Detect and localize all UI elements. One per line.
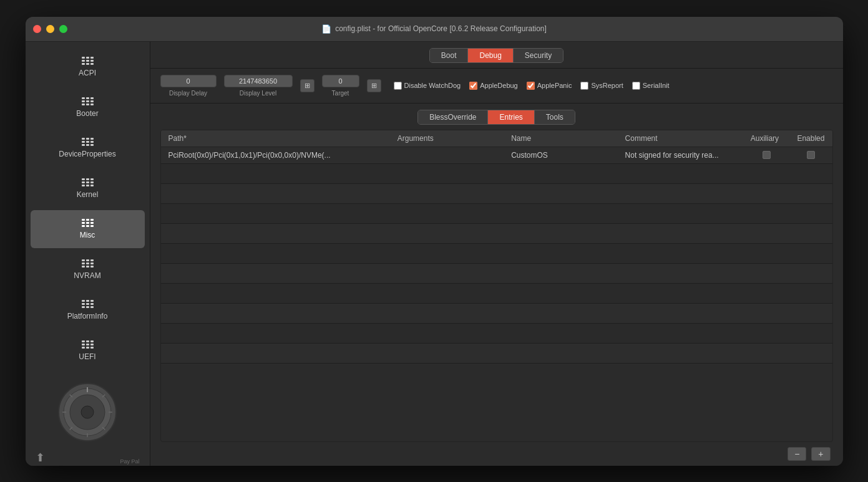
- table-row-empty: [161, 243, 832, 263]
- disable-watchdog-checkbox[interactable]: [394, 82, 402, 90]
- main-content: ACPI Booter DeviceProperties: [26, 42, 843, 466]
- minimize-button[interactable]: [46, 25, 54, 33]
- tab-bless-override[interactable]: BlessOverride: [418, 110, 488, 124]
- share-icon[interactable]: ⬆: [36, 451, 45, 465]
- display-delay-label: Display Delay: [169, 90, 207, 97]
- apple-panic-label: ApplePanic: [537, 82, 572, 89]
- auxiliary-checkbox[interactable]: [763, 151, 771, 159]
- apple-panic-checkbox[interactable]: [527, 82, 535, 90]
- table-row-empty: [161, 183, 832, 203]
- checkboxes-group: Disable WatchDog AppleDebug ApplePanic S…: [394, 82, 670, 90]
- tab-security[interactable]: Security: [514, 49, 563, 62]
- right-panel: Boot Debug Security Display Delay Displa…: [150, 42, 843, 466]
- target-input[interactable]: [322, 75, 359, 87]
- table-row-empty: [161, 283, 832, 303]
- sidebar-item-platform-info[interactable]: PlatformInfo: [31, 291, 145, 329]
- maximize-button[interactable]: [59, 25, 67, 33]
- sidebar-item-kernel[interactable]: Kernel: [31, 170, 145, 208]
- enabled-checkbox[interactable]: [807, 151, 815, 159]
- disable-watchdog-label: Disable WatchDog: [404, 82, 461, 89]
- remove-button[interactable]: −: [788, 447, 806, 461]
- table-row-empty: [161, 343, 832, 363]
- sidebar-item-device-properties[interactable]: DeviceProperties: [31, 129, 145, 167]
- apple-panic-checkbox-item[interactable]: ApplePanic: [527, 82, 572, 90]
- uefi-icon: [82, 340, 94, 349]
- sidebar-item-uefi[interactable]: UEFI: [31, 332, 145, 370]
- document-icon: 📄: [321, 24, 331, 34]
- booter-label: Booter: [76, 109, 98, 118]
- platform-info-icon: [82, 300, 94, 308]
- display-delay-input[interactable]: [160, 75, 217, 87]
- apple-debug-label: AppleDebug: [480, 82, 518, 89]
- table-row-empty: [161, 203, 832, 223]
- kernel-label: Kernel: [77, 190, 99, 199]
- col-header-auxiliary: Auxiliary: [743, 130, 790, 147]
- svg-point-3: [81, 406, 94, 418]
- kernel-icon: [82, 178, 94, 186]
- acpi-icon: [82, 57, 94, 65]
- bottom-bar: − +: [150, 442, 843, 466]
- entries-table: Path* Arguments Name Comment Auxiliary E…: [161, 130, 832, 364]
- serial-init-checkbox-item[interactable]: SerialInit: [632, 82, 670, 90]
- serial-init-label: SerialInit: [643, 82, 670, 89]
- tab-debug[interactable]: Debug: [468, 49, 513, 62]
- apple-debug-checkbox[interactable]: [469, 82, 477, 90]
- tab-entries[interactable]: Entries: [488, 110, 534, 124]
- nvram-label: NVRAM: [74, 271, 100, 280]
- tab-boot[interactable]: Boot: [430, 49, 469, 62]
- entries-table-container[interactable]: Path* Arguments Name Comment Auxiliary E…: [160, 130, 833, 442]
- col-header-enabled: Enabled: [789, 130, 832, 147]
- table-row-empty: [161, 303, 832, 323]
- sidebar: ACPI Booter DeviceProperties: [26, 42, 150, 466]
- title-text: config.plist - for Official OpenCore [0.…: [335, 24, 547, 33]
- sidebar-item-acpi[interactable]: ACPI: [31, 48, 145, 86]
- top-tabs-container: Boot Debug Security: [150, 42, 843, 69]
- nvram-icon: [82, 259, 94, 268]
- col-header-comment: Comment: [618, 130, 743, 147]
- top-tab-group: Boot Debug Security: [429, 48, 563, 63]
- table-row[interactable]: PciRoot(0x0)/Pci(0x1,0x1)/Pci(0x0,0x0)/N…: [161, 147, 832, 163]
- col-header-name: Name: [504, 130, 617, 147]
- disable-watchdog-checkbox-item[interactable]: Disable WatchDog: [394, 82, 461, 90]
- misc-icon: [82, 219, 94, 227]
- col-header-arguments: Arguments: [390, 130, 504, 147]
- sidebar-item-misc[interactable]: Misc: [31, 210, 145, 248]
- display-level-input[interactable]: [224, 75, 293, 87]
- sub-tab-group: BlessOverride Entries Tools: [417, 110, 575, 125]
- table-row-empty: [161, 163, 832, 183]
- table-row-empty: [161, 223, 832, 243]
- col-header-path: Path*: [161, 130, 390, 147]
- tab-tools[interactable]: Tools: [535, 110, 575, 124]
- cell-enabled: [789, 147, 832, 163]
- sys-report-checkbox[interactable]: [580, 82, 588, 90]
- booter-icon: [82, 97, 94, 105]
- uefi-label: UEFI: [79, 352, 95, 361]
- sub-tabs-container: BlessOverride Entries Tools: [150, 104, 843, 130]
- window-title: 📄 config.plist - for Official OpenCore […: [321, 24, 547, 34]
- sidebar-item-nvram[interactable]: NVRAM: [31, 251, 145, 289]
- serial-init-checkbox[interactable]: [632, 82, 640, 90]
- apple-debug-checkbox-item[interactable]: AppleDebug: [469, 82, 518, 90]
- display-delay-group: Display Delay: [160, 75, 217, 97]
- close-button[interactable]: [33, 25, 41, 33]
- table-row-empty: [161, 263, 832, 283]
- title-bar: 📄 config.plist - for Official OpenCore […: [26, 17, 843, 42]
- display-level-picker[interactable]: ⊞: [300, 79, 315, 92]
- target-picker[interactable]: ⊞: [367, 79, 381, 92]
- acpi-label: ACPI: [79, 69, 96, 77]
- platform-info-label: PlatformInfo: [67, 312, 108, 321]
- device-properties-label: DeviceProperties: [59, 150, 115, 158]
- cell-auxiliary: [743, 147, 790, 163]
- cell-comment: Not signed for security rea...: [618, 147, 743, 163]
- add-button[interactable]: +: [811, 447, 830, 461]
- sidebar-item-booter[interactable]: Booter: [31, 89, 145, 127]
- sys-report-checkbox-item[interactable]: SysReport: [580, 82, 623, 90]
- sys-report-label: SysReport: [591, 82, 623, 89]
- cell-name: CustomOS: [504, 147, 617, 163]
- cell-path: PciRoot(0x0)/Pci(0x1,0x1)/Pci(0x0,0x0)/N…: [161, 147, 390, 163]
- traffic-lights: [33, 25, 67, 33]
- target-group: Target: [322, 75, 359, 97]
- display-level-label: Display Level: [240, 90, 276, 97]
- device-properties-icon: [82, 138, 94, 146]
- dial-widget: [56, 381, 119, 443]
